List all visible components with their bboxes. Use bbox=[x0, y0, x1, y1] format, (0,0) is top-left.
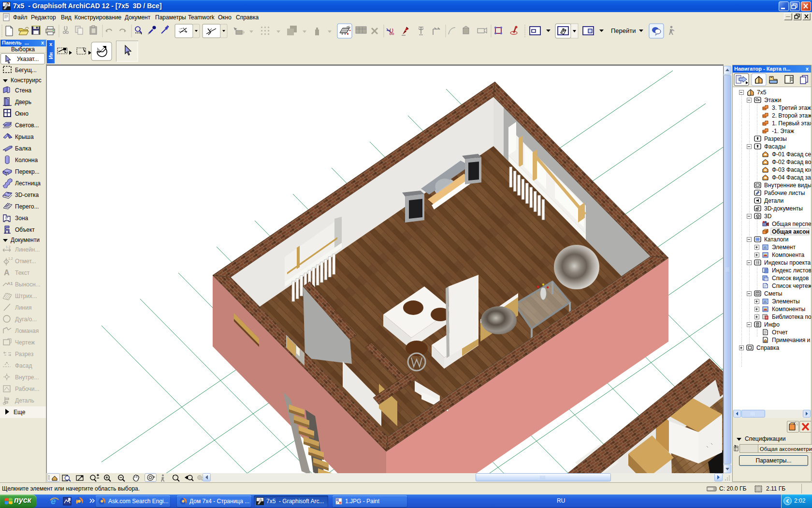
svg-text:Список чертеж: Список чертеж bbox=[772, 283, 811, 289]
svg-text:Справка: Справка bbox=[756, 344, 779, 351]
svg-text:Индексы проекта: Индексы проекта bbox=[764, 259, 811, 266]
svg-text:3D: 3D bbox=[764, 213, 772, 220]
svg-text:Рабочие листы: Рабочие листы bbox=[764, 190, 805, 196]
svg-text:Отчет: Отчет bbox=[772, 329, 788, 336]
svg-text:Инфо: Инфо bbox=[764, 321, 780, 328]
svg-text:Индекс листов: Индекс листов bbox=[772, 267, 811, 274]
svg-text:Ф-01 Фасад сер: Ф-01 Фасад сер bbox=[772, 151, 811, 158]
svg-text:1.2: 1.2 bbox=[6, 245, 11, 249]
svg-text:Сметы: Сметы bbox=[764, 290, 782, 297]
svg-text:Разрезы: Разрезы bbox=[764, 135, 787, 142]
svg-text:Перейти: Перейти bbox=[611, 27, 636, 34]
svg-text:Компоненты: Компоненты bbox=[772, 306, 805, 313]
svg-text:Этажи: Этажи bbox=[764, 97, 781, 104]
svg-text:Детали: Детали bbox=[764, 197, 783, 204]
svg-text:Ф-02 Фасад вос: Ф-02 Фасад вос bbox=[772, 159, 811, 165]
svg-text:1.2: 1.2 bbox=[8, 257, 13, 260]
svg-text:Каталоги: Каталоги bbox=[764, 236, 788, 243]
svg-text:A1: A1 bbox=[7, 281, 13, 286]
svg-text:A: A bbox=[4, 269, 10, 277]
svg-text:Компонента: Компонента bbox=[772, 252, 804, 258]
svg-text:Элементы: Элементы bbox=[772, 298, 800, 305]
svg-text:-1. Этаж: -1. Этаж bbox=[772, 128, 794, 134]
svg-text:Общая аксон: Общая аксон bbox=[772, 228, 810, 235]
svg-text:Библиотека по: Библиотека по bbox=[772, 314, 811, 320]
svg-text:Элемент: Элемент bbox=[772, 244, 796, 251]
svg-text:Примечания и з: Примечания и з bbox=[772, 337, 811, 344]
svg-text:Ф-03 Фасад юж: Ф-03 Фасад юж bbox=[772, 166, 811, 173]
svg-text:Общая перспек: Общая перспек bbox=[772, 221, 811, 227]
svg-text:7x5: 7x5 bbox=[757, 89, 767, 96]
svg-text:3. Третий этаж: 3. Третий этаж bbox=[772, 105, 811, 111]
svg-text:Список видов: Список видов bbox=[772, 275, 809, 282]
svg-text:3D-документы: 3D-документы bbox=[764, 205, 803, 212]
svg-text:2. Второй этаж: 2. Второй этаж bbox=[772, 112, 811, 119]
svg-text:1. Первый этаж: 1. Первый этаж bbox=[772, 120, 811, 127]
svg-text:Фасады: Фасады bbox=[764, 143, 785, 150]
svg-text:Ф-04 Фасад зап: Ф-04 Фасад зап bbox=[772, 174, 811, 181]
svg-text:Внутренние виды: Внутренние виды bbox=[764, 182, 811, 189]
